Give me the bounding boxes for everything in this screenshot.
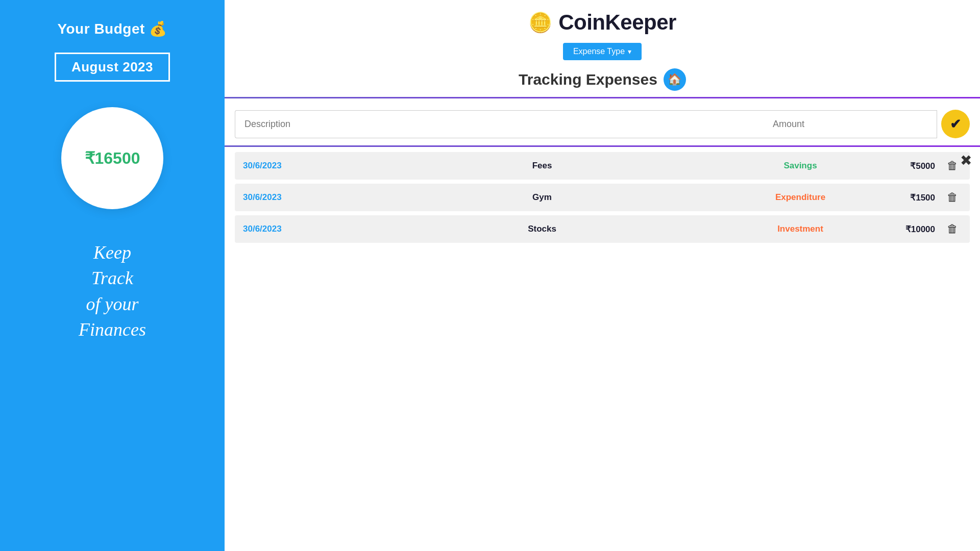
month-badge: August 2023 <box>55 53 170 82</box>
confirm-button[interactable]: ✔ <box>941 110 970 138</box>
expense-list: 30/6/2023 Fees Savings ₹5000 🗑 30/6/2023… <box>235 152 970 243</box>
checkmark-icon: ✔ <box>950 116 961 132</box>
tagline-line2: Track <box>91 268 133 288</box>
header-divider <box>225 97 980 98</box>
home-icon: 🏠 <box>668 73 681 86</box>
expense-date: 30/6/2023 <box>243 192 345 203</box>
expense-row: 30/6/2023 Gym Expenditure ₹1500 🗑 <box>235 184 970 211</box>
delete-button[interactable]: 🗑 <box>947 191 958 204</box>
tagline-line4: Finances <box>79 319 146 340</box>
expense-description: Fees <box>345 161 739 171</box>
expense-type-label: Expense Type <box>573 47 625 56</box>
expense-amount: ₹10000 <box>862 224 943 235</box>
expense-type: Investment <box>739 224 862 234</box>
expense-date: 30/6/2023 <box>243 161 345 171</box>
sidebar: Your Budget 💰 August 2023 ₹16500 Keep Tr… <box>0 0 225 551</box>
header: 🪙 CoinKeeper Expense Type Tracking Expen… <box>225 0 980 91</box>
table-area: ✖ 30/6/2023 Fees Savings ₹5000 🗑 30/6/20… <box>225 147 980 247</box>
tracking-title-text: Tracking Expenses <box>519 71 657 88</box>
main-content: 🪙 CoinKeeper Expense Type Tracking Expen… <box>225 0 980 551</box>
tagline: Keep Track of your Finances <box>79 240 146 343</box>
budget-amount: ₹16500 <box>85 148 140 168</box>
delete-button[interactable]: 🗑 <box>947 222 958 236</box>
close-icon: ✖ <box>960 152 972 169</box>
tracking-title-row: Tracking Expenses 🏠 <box>519 68 686 91</box>
expense-amount: ₹5000 <box>862 161 943 171</box>
expense-type-button[interactable]: Expense Type <box>563 43 642 60</box>
form-row: ✔ <box>225 105 980 143</box>
amount-input[interactable] <box>764 110 937 138</box>
tagline-line1: Keep <box>93 242 131 263</box>
delete-cell: 🗑 <box>943 191 962 204</box>
expense-description: Stocks <box>345 224 739 234</box>
tagline-line3: of your <box>86 294 139 314</box>
coin-icon: 🪙 <box>528 11 552 34</box>
budget-circle: ₹16500 <box>61 107 163 209</box>
expense-amount: ₹1500 <box>862 192 943 203</box>
home-icon-circle: 🏠 <box>664 68 686 91</box>
expense-date: 30/6/2023 <box>243 224 345 234</box>
expense-row: 30/6/2023 Fees Savings ₹5000 🗑 <box>235 152 970 180</box>
app-title: CoinKeeper <box>558 10 676 35</box>
delete-cell: 🗑 <box>943 222 962 236</box>
expense-row: 30/6/2023 Stocks Investment ₹10000 🗑 <box>235 215 970 243</box>
sidebar-title: Your Budget 💰 <box>57 20 167 37</box>
expense-type: Savings <box>739 161 862 171</box>
close-button[interactable]: ✖ <box>957 151 975 169</box>
expense-type: Expenditure <box>739 192 862 203</box>
app-title-row: 🪙 CoinKeeper <box>528 10 676 35</box>
description-input[interactable] <box>235 110 764 138</box>
expense-description: Gym <box>345 192 739 203</box>
